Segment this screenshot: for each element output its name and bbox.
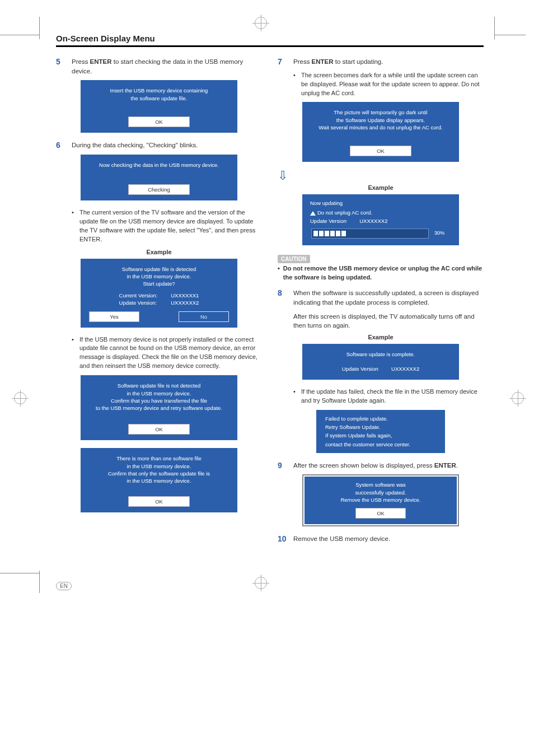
bullet: • The screen becomes dark for a while un… — [293, 71, 484, 98]
label: Update Version — [310, 218, 346, 224]
label: Update Version: — [119, 300, 158, 306]
text: the software update file. — [131, 95, 188, 101]
dialog-insert-usb: Insert the USB memory device containing … — [81, 80, 237, 133]
text: in the USB memory device. — [127, 463, 191, 469]
caution-text: Do not remove the USB memory device or u… — [283, 264, 484, 282]
step-text: During the data checking, "Checking" bli… — [72, 141, 198, 150]
right-column: 7 Press ENTER to start updating. • The s… — [278, 57, 484, 548]
bullet-icon: • — [72, 208, 76, 244]
caution-block: CAUTION • Do not remove the USB memory d… — [278, 253, 484, 282]
dialog-text: Software update file is not detected in … — [85, 382, 233, 412]
text: successfully updated. — [355, 489, 406, 496]
bullet-text: The screen becomes dark for a while unti… — [301, 71, 484, 98]
text: The current version of the TV software a… — [79, 209, 255, 234]
text: Press — [72, 58, 90, 65]
text: Retry Software Update. — [325, 424, 381, 430]
dialog-text: The picture will temporarily go dark unt… — [307, 109, 455, 131]
status-label: Checking — [128, 184, 190, 195]
no-button[interactable]: No — [179, 311, 229, 322]
text: System software was — [355, 482, 406, 488]
text: in the USB memory device. — [127, 273, 191, 279]
text: to start updating. — [334, 58, 383, 65]
bullet-icon: • — [278, 264, 280, 282]
step-number: 10 — [278, 534, 288, 544]
bullet: • If the USB memory device is not proper… — [72, 335, 262, 371]
value: UXXXXXX2 — [359, 218, 387, 224]
registration-mark-icon — [255, 17, 267, 29]
example-label: Example — [278, 184, 484, 191]
label: Update Version — [342, 366, 378, 372]
text: EN — [60, 583, 68, 589]
progress-bar — [311, 228, 429, 239]
step-9: 9 After the screen shown below is displa… — [278, 461, 484, 470]
dialog-text: Now checking the data in the USB memory … — [85, 161, 233, 169]
bullet-text: The current version of the TV software a… — [79, 208, 262, 244]
text: Software update file is not detected — [118, 382, 200, 389]
version-row: Update Version UXXXXXX2 — [307, 366, 455, 372]
yes-button[interactable]: Yes — [89, 311, 139, 322]
registration-mark-icon — [14, 392, 26, 404]
text: Start update? — [143, 281, 175, 287]
bullet-text: If the update has failed, check the file… — [301, 388, 484, 405]
bullet-icon: • — [72, 335, 76, 371]
step-number: 7 — [278, 57, 288, 67]
text: After the screen shown below is displaye… — [293, 462, 434, 469]
step-10: 10 Remove the USB memory device. — [278, 534, 484, 544]
dialog-text: System software was successfully updated… — [309, 481, 452, 503]
step-text: Press ENTER to start updating. — [293, 57, 383, 67]
dialog-text: There is more than one software file in … — [85, 455, 233, 484]
dialog-checking: Now checking the data in the USB memory … — [81, 155, 237, 200]
ok-button[interactable]: OK — [128, 496, 190, 507]
text: Wait several minutes and do not unplug t… — [318, 124, 442, 130]
text: The picture will temporarily go dark unt… — [334, 109, 427, 115]
ok-button[interactable]: OK — [350, 146, 411, 156]
example-label: Example — [56, 249, 262, 255]
progress-row: 30% — [307, 228, 455, 241]
step-6: 6 During the data checking, "Checking" b… — [56, 141, 262, 150]
step-number: 8 — [278, 288, 288, 307]
page-language-badge: EN — [56, 582, 72, 590]
text: Insert the USB memory device containing — [110, 87, 208, 94]
text: Failed to complete update. — [325, 416, 388, 422]
dialog-text: Software update file is detected in the … — [85, 265, 233, 288]
label: Current Version: — [119, 292, 158, 298]
step-7: 7 Press ENTER to start updating. — [278, 57, 484, 67]
text: Remove the USB memory device. — [340, 497, 420, 503]
text: Do not unplug AC cord. — [317, 209, 372, 216]
dialog-start-update: Software update file is detected in the … — [81, 259, 237, 328]
ok-button[interactable]: OK — [355, 508, 406, 519]
bullet-text: If the USB memory device is not properly… — [79, 335, 262, 371]
ok-button[interactable]: OK — [128, 424, 190, 435]
version-row: Update Version UXXXXXX2 — [310, 218, 451, 224]
step-text: After the screen shown below is displaye… — [293, 461, 458, 470]
now-updating-label: Now updating — [310, 200, 451, 206]
registration-mark-icon — [512, 392, 524, 404]
title-rule — [56, 45, 484, 47]
dialog-file-not-detected: Software update file is not detected in … — [81, 375, 237, 440]
dialog-text: Software update is complete. — [307, 351, 455, 358]
text-bold: ENTER — [434, 462, 456, 469]
bullet-icon: • — [293, 388, 298, 405]
arrow-down-icon: ⇩ — [278, 170, 484, 182]
text-bold: ENTER — [312, 58, 334, 65]
text: . — [100, 236, 102, 242]
bullet: • The current version of the TV software… — [72, 208, 262, 244]
text-bold: ENTER — [90, 58, 112, 65]
text: the Software Update display appears. — [336, 117, 425, 123]
dialog-update-failed: Failed to complete update. Retry Softwar… — [316, 410, 445, 453]
dialog-multiple-files: There is more than one software file in … — [81, 448, 237, 512]
step-8-continued: After this screen is displayed, the TV a… — [293, 312, 484, 330]
text: Press — [293, 58, 312, 65]
warning-icon — [310, 211, 316, 216]
bullet-icon: • — [293, 71, 298, 98]
step-text: When the software is successfully update… — [293, 288, 484, 307]
bullet: • If the update has failed, check the fi… — [293, 388, 484, 405]
ok-button[interactable]: OK — [128, 116, 190, 127]
text: in the USB memory device. — [127, 478, 191, 484]
dialog-success-framed: System software was successfully updated… — [302, 474, 459, 526]
dialog-now-updating: Now updating Do not unplug AC cord. Upda… — [302, 194, 459, 245]
text: in the USB memory device. — [127, 390, 191, 396]
text: Confirm that only the software update fi… — [108, 470, 210, 477]
step-text: Press ENTER to start checking the data i… — [72, 57, 262, 76]
step-text: Remove the USB memory device. — [293, 534, 390, 544]
